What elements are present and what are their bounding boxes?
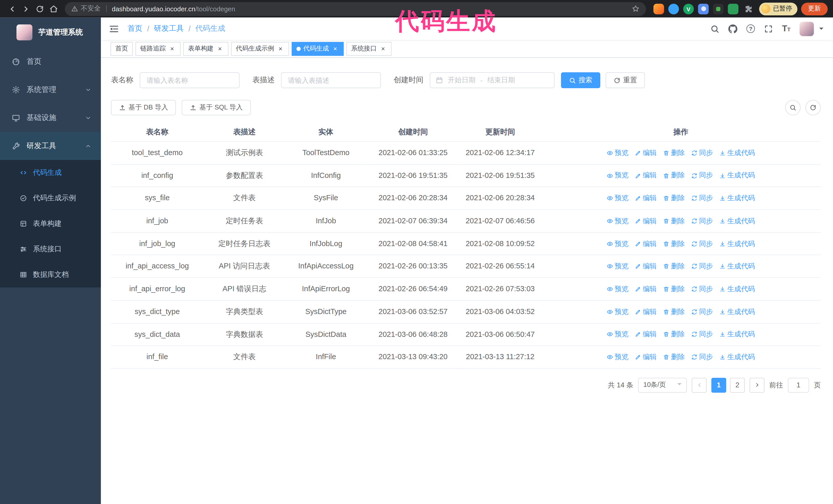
import-db-button[interactable]: 基于 DB 导入 [111, 100, 176, 115]
delete-action[interactable]: 删除 [663, 329, 685, 340]
sync-action[interactable]: 同步 [691, 306, 713, 317]
bookmark-star-icon[interactable] [632, 5, 640, 13]
tab[interactable]: 链路追踪× [136, 42, 181, 56]
search-button[interactable]: 搜索 [561, 72, 600, 88]
sync-action[interactable]: 同步 [691, 148, 713, 159]
tab-close-icon[interactable]: × [168, 45, 176, 52]
page-button[interactable]: 1 [711, 378, 726, 392]
home-button[interactable] [47, 2, 61, 16]
tab[interactable]: 首页 [111, 42, 133, 56]
edit-action[interactable]: 编辑 [635, 352, 657, 362]
tab-close-icon[interactable]: × [331, 45, 339, 52]
generate-code-action[interactable]: 生成代码 [719, 216, 755, 226]
preview-action[interactable]: 预览 [607, 261, 628, 272]
sync-action[interactable]: 同步 [691, 193, 713, 204]
tab[interactable]: 系统接口× [346, 42, 391, 56]
help-icon[interactable] [746, 24, 755, 33]
delete-action[interactable]: 删除 [663, 261, 685, 272]
sidebar-item-code-generation[interactable]: 代码生成 [0, 160, 101, 185]
sync-action[interactable]: 同步 [691, 216, 713, 226]
breadcrumb-item[interactable]: 首页 [127, 24, 142, 33]
security-status[interactable]: 不安全 [71, 4, 101, 13]
menu-fold-icon[interactable] [109, 24, 119, 33]
reload-button[interactable] [33, 2, 47, 16]
sync-action[interactable]: 同步 [691, 261, 713, 272]
tab-close-icon[interactable]: × [277, 45, 284, 52]
sidebar-item-system-api[interactable]: 系统接口 [0, 236, 101, 262]
delete-action[interactable]: 删除 [663, 216, 685, 226]
sync-action[interactable]: 同步 [691, 284, 713, 294]
preview-action[interactable]: 预览 [607, 148, 628, 159]
preview-action[interactable]: 预览 [607, 352, 628, 362]
user-avatar[interactable] [800, 22, 814, 36]
sync-action[interactable]: 同步 [691, 238, 713, 249]
generate-code-action[interactable]: 生成代码 [719, 193, 755, 204]
green-extension-icon[interactable] [728, 3, 738, 14]
back-button[interactable] [5, 2, 19, 16]
generate-code-action[interactable]: 生成代码 [719, 170, 755, 181]
goto-page-input[interactable] [788, 378, 809, 392]
profile-badge[interactable]: 已暂停 [759, 2, 798, 15]
reset-button[interactable]: 重置 [606, 72, 645, 88]
generate-code-action[interactable]: 生成代码 [719, 306, 755, 317]
tab-close-icon[interactable]: × [216, 45, 224, 52]
generate-code-action[interactable]: 生成代码 [719, 329, 755, 340]
tab[interactable]: 代码生成示例× [231, 42, 289, 56]
search-icon[interactable] [710, 24, 719, 33]
delete-action[interactable]: 删除 [663, 148, 685, 159]
app-logo[interactable]: 芋道管理系统 [0, 18, 101, 47]
import-sql-button[interactable]: 基于 SQL 导入 [182, 100, 251, 115]
preview-action[interactable]: 预览 [607, 238, 628, 249]
delete-action[interactable]: 删除 [663, 170, 685, 181]
preview-action[interactable]: 预览 [607, 329, 628, 340]
edit-action[interactable]: 编辑 [635, 170, 657, 181]
edit-action[interactable]: 编辑 [635, 329, 657, 340]
sidebar-item-system-management[interactable]: 系统管理 [0, 75, 101, 103]
blue-drop-extension-icon[interactable] [668, 3, 679, 14]
update-button[interactable]: 更新 [801, 2, 828, 15]
refresh-table-button[interactable] [805, 100, 821, 115]
tab[interactable]: 表单构建× [183, 42, 229, 56]
fullscreen-icon[interactable] [764, 24, 773, 33]
puzzle-extensions-icon[interactable] [743, 3, 753, 14]
sidebar-item-form-builder[interactable]: 表单构建 [0, 211, 101, 236]
generate-code-action[interactable]: 生成代码 [719, 148, 755, 159]
generate-code-action[interactable]: 生成代码 [719, 238, 755, 249]
preview-action[interactable]: 预览 [607, 284, 628, 294]
create-time-range-picker[interactable]: 开始日期 - 结束日期 [430, 72, 555, 88]
edit-action[interactable]: 编辑 [635, 238, 657, 249]
toggle-search-button[interactable] [785, 100, 801, 115]
caret-down-icon[interactable] [819, 28, 824, 32]
edit-action[interactable]: 编辑 [635, 148, 657, 159]
delete-action[interactable]: 删除 [663, 193, 685, 204]
tab[interactable]: 代码生成× [292, 42, 344, 56]
breadcrumb-item[interactable]: 研发工具 [154, 24, 184, 33]
next-page-button[interactable] [750, 378, 765, 392]
sidebar-item-database-doc[interactable]: 数据库文档 [0, 262, 101, 287]
sidebar-item-infrastructure[interactable]: 基础设施 [0, 103, 101, 132]
tab-close-icon[interactable]: × [379, 45, 387, 52]
table-desc-input[interactable] [281, 72, 381, 88]
github-icon[interactable] [729, 24, 737, 33]
generate-code-action[interactable]: 生成代码 [719, 284, 755, 294]
font-size-icon[interactable] [782, 24, 790, 33]
sidebar-item-codegen-example[interactable]: 代码生成示例 [0, 185, 101, 211]
generate-code-action[interactable]: 生成代码 [719, 261, 755, 272]
table-name-input[interactable] [140, 72, 240, 88]
page-size-select[interactable]: 10条/页 [638, 378, 687, 392]
delete-action[interactable]: 删除 [663, 306, 685, 317]
address-bar[interactable]: 不安全 dashboard.yudao.iocoder.cn/tool/code… [65, 2, 646, 16]
delete-action[interactable]: 删除 [663, 238, 685, 249]
edit-action[interactable]: 编辑 [635, 306, 657, 317]
sync-action[interactable]: 同步 [691, 170, 713, 181]
delete-action[interactable]: 删除 [663, 284, 685, 294]
edit-action[interactable]: 编辑 [635, 193, 657, 204]
edit-action[interactable]: 编辑 [635, 284, 657, 294]
preview-action[interactable]: 预览 [607, 170, 628, 181]
green-check-extension-icon[interactable] [683, 3, 694, 14]
people-extension-icon[interactable] [698, 3, 709, 14]
delete-action[interactable]: 删除 [663, 352, 685, 362]
prev-page-button[interactable] [692, 378, 707, 392]
page-button[interactable]: 2 [730, 378, 745, 392]
preview-action[interactable]: 预览 [607, 216, 628, 226]
